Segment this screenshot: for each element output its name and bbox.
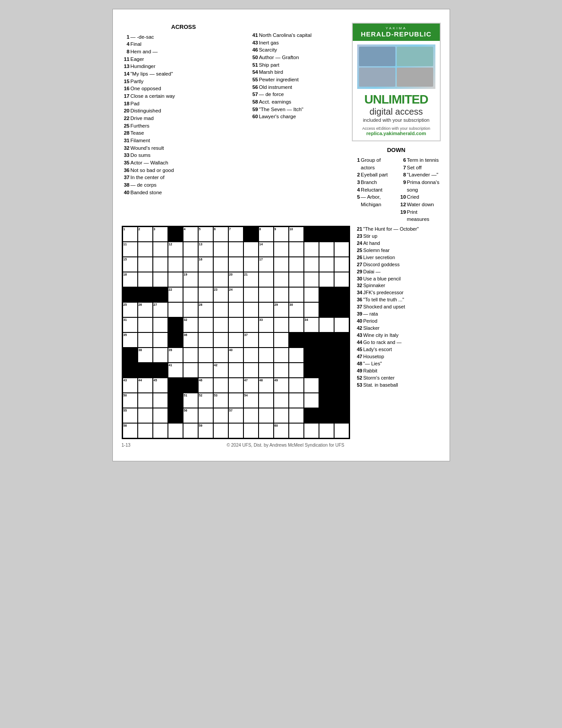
cell-number: 10 (290, 228, 293, 231)
clue-text: Actor — Wallach (131, 159, 246, 167)
cell-number: 15 (124, 258, 127, 261)
grid-cell (304, 257, 319, 272)
grid-cell: 41 (168, 363, 183, 378)
cell-number: 4 (184, 228, 186, 231)
clue-num: 5 (352, 193, 360, 208)
clue-text: Dalai — (363, 268, 441, 276)
grid-cell: 52 (198, 393, 213, 408)
clue-item: 25Solemn fear (355, 247, 441, 254)
across-heading: ACROSS (122, 23, 246, 32)
clue-text: Use a blue pencil (363, 276, 441, 283)
clue-num: 34 (355, 289, 363, 296)
clue-text: In the center of (131, 174, 246, 181)
grid-cell: 24 (228, 287, 243, 302)
clue-text: Eyeball part (361, 171, 395, 179)
grid-cell (334, 332, 349, 348)
grid-cell (153, 423, 168, 438)
clue-text: Wine city in Italy (363, 332, 441, 339)
grid-cell (153, 257, 168, 272)
grid-cell (168, 317, 183, 332)
clue-num: 38 (122, 181, 130, 189)
clue-text: Slacker (363, 325, 441, 332)
clue-item: 4Final (122, 40, 246, 48)
cell-number: 57 (229, 409, 233, 412)
grid-cell (274, 393, 289, 408)
grid-cell (319, 348, 334, 363)
grid-cell (228, 242, 243, 257)
clue-text: Storm's center (363, 375, 441, 382)
clue-text: "To tell the truth ..." (363, 296, 441, 304)
clue-num: 26 (355, 254, 363, 261)
grid-cell: 53 (213, 393, 228, 408)
grid-cell (319, 242, 334, 257)
clue-text: Drive mad (131, 115, 246, 122)
ad-access-text: Access eEdition with your subscription (357, 126, 435, 131)
down-section: DOWN 1Group of actors2Eyeball part3Branc… (352, 146, 440, 223)
grid-cell (319, 378, 334, 393)
clue-item: 3Branch (352, 179, 395, 186)
bottom-area: 1234567891011121314151617181920212223242… (122, 226, 441, 439)
clue-text: Eager (131, 56, 246, 63)
clue-text: Rabbit (363, 368, 441, 375)
clue-text: Marsh bird (259, 68, 347, 76)
clue-num: 4 (352, 186, 360, 194)
cell-number: 21 (244, 273, 248, 276)
clue-text: Tease (131, 129, 246, 137)
grid-cell (259, 272, 274, 287)
clue-item: 9Prima donna's song (398, 179, 441, 193)
clue-item: 52Storm's center (355, 375, 441, 382)
clue-text: Lawyer's charge (259, 113, 347, 120)
clue-item: 22Drive mad (122, 115, 246, 122)
clue-num: 52 (355, 375, 363, 382)
clue-text: "Lavender —" (407, 171, 441, 179)
grid-cell (183, 363, 198, 378)
clue-item: 32Wound's result (122, 144, 246, 152)
clue-num: 54 (250, 68, 258, 76)
grid-cell (198, 363, 213, 378)
clue-num: 36 (122, 167, 130, 174)
grid-cell (319, 227, 334, 242)
grid-cell: 16 (198, 257, 213, 272)
clue-item: 20Distinguished (122, 107, 246, 115)
grid-cell (274, 332, 289, 348)
clue-num: 24 (355, 240, 363, 247)
grid-cell (183, 348, 198, 363)
clue-num: 57 (250, 91, 258, 98)
grid-cell: 32 (183, 317, 198, 332)
clue-item: 40Banded stone (122, 189, 246, 196)
clues-section: ACROSS 1— -de-sac4Final8Hem and —11Eager… (122, 23, 246, 223)
grid-cell (243, 302, 259, 317)
grid-cell (153, 393, 168, 408)
cell-number: 56 (184, 409, 187, 412)
grid-cell (289, 272, 304, 287)
cell-number: 9 (275, 228, 276, 231)
grid-cell (334, 393, 349, 408)
clue-item: 33Do sums (122, 152, 246, 159)
grid-cell (274, 363, 289, 378)
grid-cell: 22 (168, 287, 183, 302)
ad-herald: HERALD-REPUBLIC (361, 30, 431, 38)
clue-item: 38— de corps (122, 181, 246, 189)
grid-cell (153, 363, 168, 378)
grid-cell (228, 317, 243, 332)
clue-text: Branch (361, 179, 395, 186)
clue-num: 56 (250, 84, 258, 91)
clue-text: Liver secretion (363, 254, 441, 261)
clue-num: 21 (355, 226, 363, 233)
clue-text: Author — Grafton (259, 54, 347, 61)
clue-num: 40 (355, 318, 363, 325)
clue-num: 1 (122, 33, 130, 41)
clue-num: 30 (355, 276, 363, 283)
cell-number: 51 (184, 394, 187, 397)
clue-text: Partly (131, 78, 246, 85)
grid-cell (183, 242, 198, 257)
clue-item: 32Spinnaker (355, 282, 441, 289)
clue-num: 55 (250, 76, 258, 84)
cell-number: 27 (154, 303, 157, 306)
grid-cell (168, 302, 183, 317)
grid-cell (228, 302, 243, 317)
clue-text: Scarcity (259, 46, 347, 54)
cell-number: 13 (199, 243, 203, 246)
grid-cell (289, 348, 304, 363)
grid-cell: 6 (213, 227, 228, 242)
